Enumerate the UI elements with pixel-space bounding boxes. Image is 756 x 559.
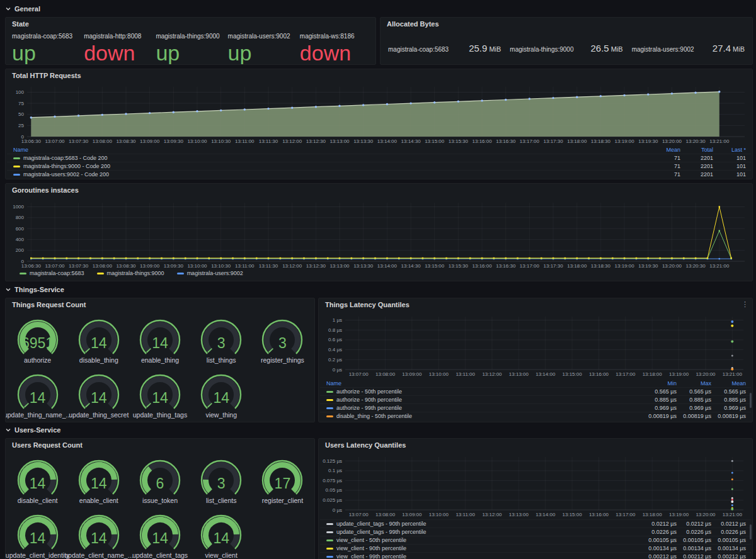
col-header[interactable]: Mean [711,380,746,387]
series-name[interactable]: magistrala-things:9000 [107,270,164,276]
series-cell[interactable]: view_client - 99th percentile [326,553,642,559]
svg-text:13:11:00: 13:11:00 [455,371,475,377]
table-header-row: NameMinMaxMean [320,379,751,387]
state-value: up [228,42,300,64]
svg-text:13:11:00: 13:11:00 [235,263,255,269]
panel-title-allocated[interactable]: Allocated Bytes [387,20,439,28]
series-name[interactable]: view_client - 50th percentile [336,537,406,543]
table-row: update_client_tags - 99th percentile0.02… [320,528,751,536]
series-cell[interactable]: authorize - 90th percentile [326,397,642,403]
svg-text:13:21:00: 13:21:00 [723,371,743,377]
svg-text:13:07:30: 13:07:30 [69,263,89,269]
series-cell[interactable]: view_client - 50th percentile [326,537,642,543]
series-cell[interactable]: authorize - 50th percentile [326,388,642,395]
col-header[interactable]: Last * [713,147,746,153]
series-cell[interactable]: update_client_tags - 90th percentile [326,521,642,527]
svg-text:0.025 µs: 0.025 µs [323,497,342,503]
svg-text:13:20:30: 13:20:30 [686,263,706,269]
panel-title-things-latency[interactable]: Things Latency Quantiles [325,301,410,308]
svg-text:13:13:00: 13:13:00 [329,263,350,269]
state-value: down [300,42,372,64]
panel-title-things-count[interactable]: Things Request Count [12,301,86,308]
col-header-name[interactable]: Name [326,380,642,387]
col-header[interactable]: Name [326,380,341,387]
series-name[interactable]: disable_thing - 50th percentile [336,413,412,419]
col-header[interactable]: Min [642,380,677,387]
things-gauges: 6951authorize14disable_thing14enable_thi… [7,312,313,422]
series-color-swatch [326,556,333,558]
series-name[interactable]: update_client_tags - 90th percentile [336,521,427,527]
series-name[interactable]: magistrala-coap:5683 [30,270,84,276]
svg-text:13:19:30: 13:19:30 [638,263,658,269]
svg-text:0.4 µs: 0.4 µs [328,347,342,353]
svg-text:13:21:00: 13:21:00 [709,263,730,269]
svg-text:13:20:00: 13:20:00 [696,512,716,517]
series-name[interactable]: view_client - 90th percentile [336,545,406,551]
section-general[interactable]: General [5,5,40,13]
svg-text:13:19:30: 13:19:30 [638,138,658,144]
series-color-swatch [326,415,333,417]
svg-text:13:20:30: 13:20:30 [686,138,706,144]
svg-text:13:16:30: 13:16:30 [496,263,516,269]
panel-title-http[interactable]: Total HTTP Requests [12,72,81,79]
series-name[interactable]: authorize - 99th percentile [336,405,402,411]
gauge-value: 14 [129,530,190,547]
table-row: view_client - 99th percentile0.00212 µs0… [320,552,751,559]
svg-text:50: 50 [18,111,24,117]
legend-item[interactable]: magistrala-users:9002 [177,270,243,276]
section-users-service[interactable]: Users-Service [5,426,60,434]
legend-header-name[interactable]: Name [13,147,648,153]
legend-series[interactable]: magistrala-things:9000 - Code 200 [13,163,648,169]
things-latency-chart: 0 µs0.2 µs0.4 µs0.6 µs0.8 µs1 µs13:07:00… [320,312,752,378]
svg-text:25: 25 [18,123,24,128]
series-name[interactable]: magistrala-things:9000 - Code 200 [23,163,110,169]
svg-text:13:07:30: 13:07:30 [69,138,89,144]
table-scrollbar[interactable] [750,393,752,408]
series-name[interactable]: authorize - 50th percentile [336,388,402,395]
svg-text:13:13:00: 13:13:00 [509,371,529,377]
series-cell[interactable]: update_client_tags - 99th percentile [326,529,642,535]
svg-text:13:10:00: 13:10:00 [429,371,449,377]
users-latency-chart: 0 µs0.025 µs0.05 µs0.075 µs0.1 µs0.125 µ… [320,453,752,518]
series-name[interactable]: view_client - 99th percentile [336,553,406,559]
panel-title-users-latency[interactable]: Users Latency Quantiles [325,441,406,449]
table-row: disable_thing - 50th percentile0.00819 µ… [320,412,751,420]
svg-text:13:10:00: 13:10:00 [187,263,207,269]
svg-text:75: 75 [18,101,24,106]
legend-total: 2201 [680,155,713,161]
state-item: magistrala-users:9002up [228,33,300,64]
panel-menu-icon[interactable]: ⋮ [742,301,748,308]
col-header-name[interactable]: Name [13,147,28,153]
svg-text:13:18:00: 13:18:00 [643,512,663,517]
panel-title-goroutines[interactable]: Goroutines instaces [12,186,79,194]
series-name[interactable]: magistrala-users:9002 - Code 200 [23,171,109,178]
legend-total: 2201 [680,171,713,178]
series-cell[interactable]: authorize - 99th percentile [326,405,642,411]
min-cell: 0.00105 µs [642,537,677,543]
svg-text:13:13:00: 13:13:00 [509,512,529,517]
svg-text:13:12:00: 13:12:00 [282,263,302,269]
series-name[interactable]: magistrala-users:9002 [187,270,243,276]
series-cell[interactable]: disable_thing - 50th percentile [326,413,642,419]
col-header[interactable]: Max [677,380,711,387]
legend-series[interactable]: magistrala-users:9002 - Code 200 [13,171,648,178]
goroutines-chart: 0200400600800100013:06:3013:07:0013:07:3… [8,198,751,269]
table-scrollbar[interactable] [750,524,752,539]
col-header[interactable]: Mean [648,147,680,153]
legend-item[interactable]: magistrala-things:9000 [97,270,164,276]
legend-series[interactable]: magistrala-coap:5683 - Code 200 [13,155,648,161]
series-name[interactable]: update_client_tags - 99th percentile [336,529,427,535]
section-things-service[interactable]: Things-Service [5,286,64,293]
http-legend-table: NameMeanTotalLast *magistrala-coap:5683 … [7,145,751,178]
svg-text:600: 600 [16,226,25,232]
col-header[interactable]: Total [680,147,713,153]
min-cell: 0.00212 µs [642,553,677,559]
gauge-value: 3 [252,335,313,352]
series-cell[interactable]: view_client - 90th percentile [326,545,642,551]
panel-title-users-count[interactable]: Users Request Count [12,441,83,449]
series-name[interactable]: magistrala-coap:5683 - Code 200 [23,155,108,161]
series-name[interactable]: authorize - 90th percentile [336,397,402,403]
panel-title-state[interactable]: State [12,20,29,28]
state-items: magistrala-coap:5683upmagistrala-http:80… [12,33,372,64]
legend-item[interactable]: magistrala-coap:5683 [20,270,84,276]
